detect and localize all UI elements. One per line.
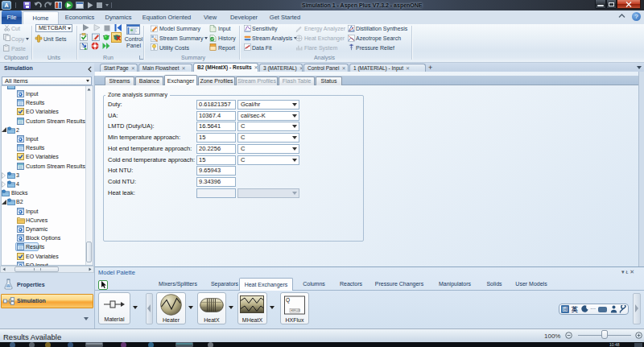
svg-text:HXFLUX: HXFLUX [291, 309, 300, 312]
svg-text:Q: Q [286, 297, 290, 304]
